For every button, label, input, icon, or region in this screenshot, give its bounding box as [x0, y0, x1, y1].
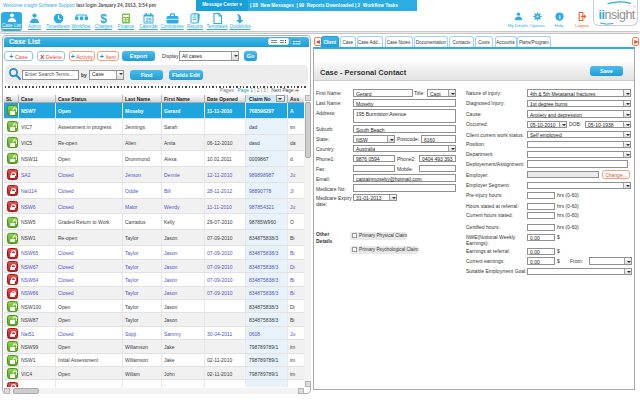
- svg-text:iinsight: iinsight: [599, 8, 636, 22]
- svg-text:25: 25: [145, 17, 151, 23]
- svg-text:$: $: [100, 13, 107, 24]
- svg-text:®: ®: [633, 4, 636, 9]
